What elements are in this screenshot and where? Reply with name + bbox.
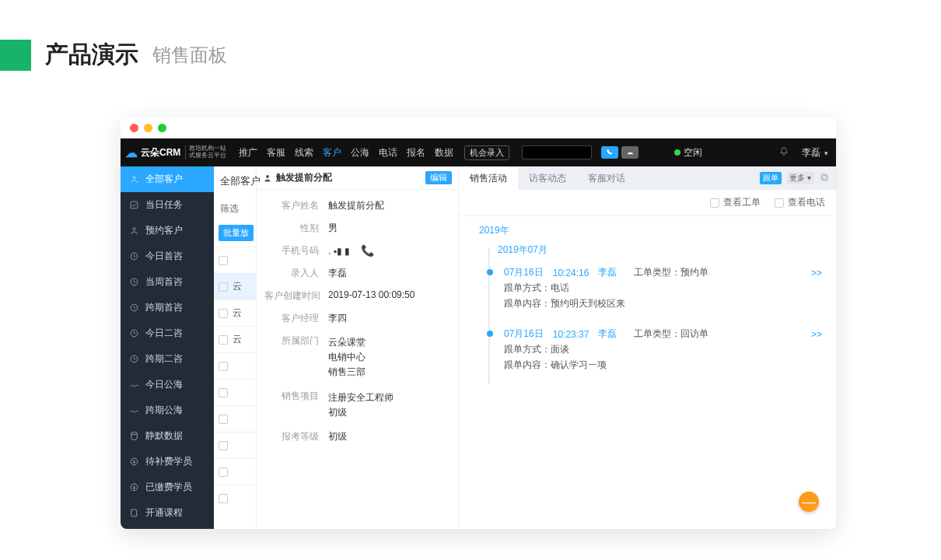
sidebar-item-预约客户[interactable]: 预约客户 [121, 218, 214, 243]
opportunity-button[interactable]: 机会录入 [464, 145, 509, 160]
svg-rect-12 [823, 175, 827, 180]
accent-block [0, 40, 31, 71]
detail-label: 手机号码 [264, 244, 319, 257]
detail-row: 性别男 [264, 217, 450, 240]
timeline-more-link[interactable]: >> [811, 329, 822, 340]
copy-icon[interactable] [819, 172, 830, 185]
list-row[interactable]: 云 [214, 326, 256, 352]
tab-销售活动[interactable]: 销售活动 [459, 166, 518, 190]
sidebar-item-跨期首咨[interactable]: 跨期首咨 [121, 295, 214, 320]
list-row[interactable] [214, 458, 256, 485]
edit-button[interactable]: 编辑 [425, 171, 452, 184]
nav-item-客户[interactable]: 客户 [323, 146, 341, 159]
follow-pill[interactable]: 跟单 [760, 172, 782, 184]
minus-icon: — [802, 494, 816, 510]
timeline-item[interactable]: 07月16日10:23:37李磊工单类型：回访单>>跟单方式：面谈跟单内容：确认… [498, 323, 828, 376]
close-dot-icon[interactable] [130, 124, 138, 132]
tab-客服对话[interactable]: 客服对话 [577, 166, 636, 190]
row-checkbox[interactable] [219, 494, 228, 503]
nav-item-客服[interactable]: 客服 [267, 146, 285, 159]
sidebar-item-label: 今日首咨 [145, 250, 183, 263]
nav-item-数据[interactable]: 数据 [435, 146, 453, 159]
row-checkbox[interactable] [219, 467, 228, 477]
fab-button[interactable]: — [799, 492, 819, 512]
sidebar-item-已缴费学员[interactable]: 已缴费学员 [121, 474, 214, 500]
logo-text: 云朵CRM [141, 146, 180, 159]
row-checkbox[interactable] [219, 282, 228, 292]
sidebar-item-今日公海[interactable]: 今日公海 [121, 372, 214, 397]
activity-panel: 销售活动访客动态客服对话 跟单 更多 ▾ 查看工单 [459, 166, 836, 529]
list-row[interactable]: 云 [214, 299, 256, 326]
filter-phone-checkbox[interactable]: 查看电话 [775, 196, 825, 209]
detail-row: 录入人李磊 [264, 262, 450, 285]
clock-icon [128, 251, 139, 262]
activity-filters: 查看工单 查看电话 [459, 190, 836, 216]
batch-release-button[interactable]: 批量放 [219, 225, 254, 241]
sidebar-item-静默数据[interactable]: 静默数据 [121, 423, 214, 449]
sidebar-item-开通课程[interactable]: 开通课程 [121, 500, 214, 526]
activity-tabs-right: 跟单 更多 ▾ [760, 166, 836, 190]
user-menu[interactable]: 李磊 ▾ [802, 146, 828, 159]
call-hangup-button[interactable] [621, 146, 638, 159]
minimize-dot-icon[interactable] [144, 124, 152, 132]
sidebar-item-label: 开通课程 [145, 506, 183, 520]
nav-item-公海[interactable]: 公海 [351, 146, 369, 159]
sidebar-item-我的订单[interactable]: 我的订单 [121, 526, 214, 529]
row-checkbox[interactable] [219, 441, 228, 450]
list-row[interactable] [214, 379, 256, 405]
phone-icon[interactable]: 📞 [361, 244, 374, 257]
logo-subtext: 教培机构一站 式服务云平台 [185, 145, 226, 159]
activity-tabs: 销售活动访客动态客服对话 跟单 更多 ▾ [459, 166, 836, 190]
status-indicator[interactable]: 空闲 [674, 146, 702, 159]
timeline-item[interactable]: 07月16日10:24:16李磊工单类型：预约单>>跟单方式：电话跟单内容：预约… [498, 261, 828, 315]
bell-icon[interactable] [778, 146, 789, 159]
list-row[interactable] [214, 485, 256, 511]
timeline: 2019年 2019年07月 07月16日10:24:16李磊工单类型：预约单>… [459, 216, 836, 392]
list-row[interactable] [214, 405, 256, 432]
row-checkbox[interactable] [219, 388, 228, 397]
nav-items: 推广客服线索客户公海电话报名数据 [239, 146, 453, 159]
nav-right: 李磊 ▾ [778, 146, 828, 159]
app-body: 全部客户当日任务预约客户今日首咨当周首咨跨期首咨今日二咨跨期二咨今日公海跨期公海… [121, 166, 836, 529]
detail-label: 销售项目 [264, 390, 319, 403]
list-row[interactable] [214, 247, 256, 273]
timeline-line [488, 247, 490, 384]
nav-item-报名[interactable]: 报名 [407, 146, 425, 159]
more-pill[interactable]: 更多 ▾ [786, 172, 814, 184]
maximize-dot-icon[interactable] [158, 124, 166, 132]
sidebar-item-label: 当日任务 [145, 198, 183, 212]
logo-sub-line2: 式服务云平台 [189, 152, 226, 159]
sidebar-item-跨期公海[interactable]: 跨期公海 [121, 397, 214, 423]
sidebar-item-全部客户[interactable]: 全部客户 [121, 166, 214, 192]
search-input[interactable] [522, 145, 592, 159]
sidebar-item-跨期二咨[interactable]: 跨期二咨 [121, 346, 214, 372]
sidebar-item-当日任务[interactable]: 当日任务 [121, 192, 214, 218]
detail-label: 性别 [264, 222, 319, 235]
row-checkbox[interactable] [219, 335, 228, 345]
row-checkbox[interactable] [219, 362, 228, 371]
sidebar-item-今日二咨[interactable]: 今日二咨 [121, 320, 214, 346]
tab-访客动态[interactable]: 访客动态 [518, 166, 577, 190]
sidebar-item-当周首咨[interactable]: 当周首咨 [121, 269, 214, 295]
list-row[interactable] [214, 352, 256, 379]
sea-icon [128, 405, 139, 416]
timeline-content: 跟单内容：预约明天到校区来 [504, 297, 822, 310]
call-answer-button[interactable] [601, 146, 618, 159]
row-checkbox[interactable] [219, 415, 228, 424]
nav-item-线索[interactable]: 线索 [295, 146, 313, 159]
timeline-more-link[interactable]: >> [811, 268, 822, 278]
nav-item-电话[interactable]: 电话 [379, 146, 397, 159]
sidebar-item-今日首咨[interactable]: 今日首咨 [121, 243, 214, 269]
row-checkbox[interactable] [219, 256, 228, 265]
mac-titlebar [121, 117, 836, 138]
filter-ticket-checkbox[interactable]: 查看工单 [710, 196, 761, 209]
list-row[interactable] [214, 432, 256, 458]
nav-item-推广[interactable]: 推广 [239, 146, 257, 159]
sidebar-item-待补费学员[interactable]: 待补费学员 [121, 449, 214, 474]
sidebar-item-label: 待补费学员 [145, 455, 192, 468]
row-checkbox[interactable] [219, 309, 228, 318]
list-row[interactable]: 云 [214, 273, 256, 299]
row-text: 云 [233, 280, 242, 293]
app-window: ☁ 云朵CRM 教培机构一站 式服务云平台 推广客服线索客户公海电话报名数据 机… [121, 117, 836, 529]
detail-title-text: 触发提前分配 [276, 171, 332, 184]
